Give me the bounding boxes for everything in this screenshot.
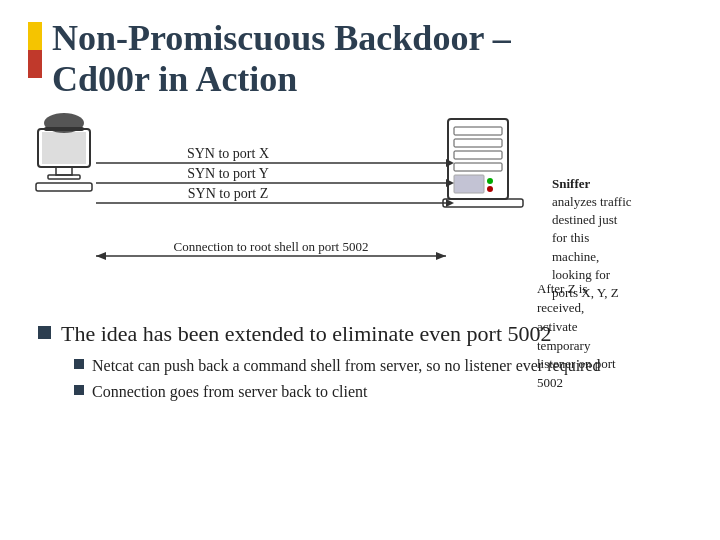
svg-rect-12	[454, 175, 484, 193]
svg-marker-17	[446, 159, 454, 167]
sniffer-line-for-this: for this	[552, 230, 589, 245]
svg-marker-23	[446, 199, 454, 207]
diagram-svg: SYN to port X SYN to port Y SYN to port …	[28, 111, 548, 316]
bullet-main-text: The idea has been extended to eliminate …	[61, 320, 552, 348]
sub-bullet-square-1	[74, 359, 84, 369]
after-z-note: After Z is received, activate temporary …	[537, 280, 692, 393]
svg-point-14	[487, 186, 493, 192]
svg-text:SYN to port Z: SYN to port Z	[188, 186, 269, 201]
title-line2: Cd00r in Action	[52, 59, 297, 99]
svg-text:SYN to port Y: SYN to port Y	[187, 166, 269, 181]
title-area: Non-Promiscuous Backdoor – Cd00r in Acti…	[28, 18, 692, 101]
slide-title: Non-Promiscuous Backdoor – Cd00r in Acti…	[52, 18, 692, 101]
sub-bullet-square-2	[74, 385, 84, 395]
diagram-area: SYN to port X SYN to port Y SYN to port …	[28, 111, 548, 320]
svg-text:SYN to port X: SYN to port X	[187, 146, 269, 161]
svg-point-13	[487, 178, 493, 184]
svg-rect-4	[36, 183, 92, 191]
sniffer-line-analyzes: analyzes traffic	[552, 194, 632, 209]
svg-rect-1	[56, 167, 72, 175]
svg-marker-27	[436, 252, 446, 260]
svg-rect-11	[454, 163, 502, 171]
sub-bullet-text-2: Connection goes from server back to clie…	[92, 381, 367, 403]
svg-rect-2	[48, 175, 80, 179]
title-line1: Non-Promiscuous Backdoor –	[52, 18, 511, 58]
svg-rect-3	[42, 132, 86, 164]
after-z-temporary: temporary	[537, 338, 590, 353]
accent-red	[28, 50, 42, 78]
svg-rect-15	[443, 199, 523, 207]
svg-marker-26	[96, 252, 106, 260]
accent-yellow	[28, 22, 42, 50]
bullet-square-icon	[38, 326, 51, 339]
svg-rect-6	[44, 127, 84, 131]
slide: Non-Promiscuous Backdoor – Cd00r in Acti…	[0, 0, 720, 540]
svg-rect-9	[454, 139, 502, 147]
svg-marker-20	[446, 179, 454, 187]
svg-rect-10	[454, 151, 502, 159]
sub-bullet-text-1: Netcat can push back a command shell fro…	[92, 355, 601, 377]
svg-text:Connection to root shell on po: Connection to root shell on port 5002	[174, 239, 369, 254]
svg-rect-8	[454, 127, 502, 135]
left-accent	[28, 22, 42, 78]
